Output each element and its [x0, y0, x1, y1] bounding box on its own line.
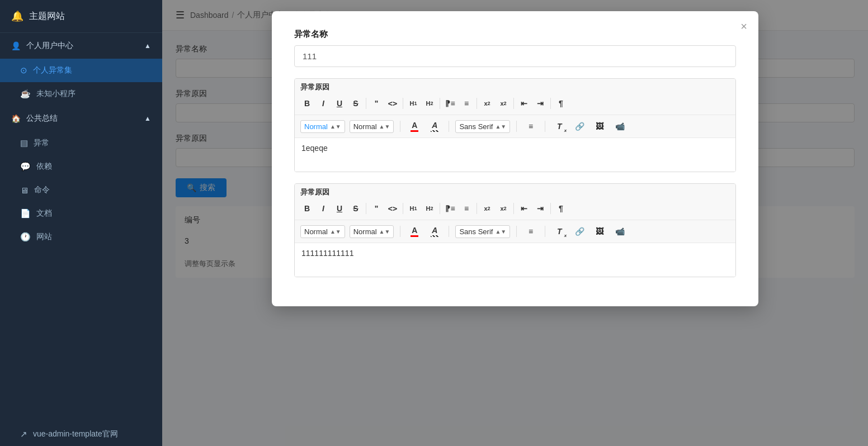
modal-overlay[interactable]: × 异常名称 异常原因 B I U S " <> H1 H2 [162, 0, 868, 446]
rte-editor-2: 异常原因 B I U S " <> H1 H2 ⁋≡ ≡ x2 [294, 183, 736, 277]
rte1-font-color-btn[interactable]: A [407, 118, 422, 134]
rte1-quote-btn[interactable]: " [369, 96, 384, 111]
rte2-code-btn[interactable]: <> [385, 201, 400, 216]
rte1-div2 [403, 98, 403, 109]
rte2-toolbar: B I U S " <> H1 H2 ⁋≡ ≡ x2 x2 [295, 197, 735, 220]
rte1-code-btn[interactable]: <> [385, 96, 400, 111]
rte1-bold-btn[interactable]: B [299, 96, 315, 111]
home-icon: 🏠 [11, 114, 21, 123]
rte1-underline-btn[interactable]: U [332, 96, 347, 111]
rte2-image-btn[interactable]: 🖼 [592, 224, 607, 239]
rte2-video-btn[interactable]: 📹 [612, 224, 628, 239]
rte2-italic-btn[interactable]: I [315, 201, 331, 216]
rte1-content[interactable]: 1eqeqe [295, 138, 735, 172]
rte2-size-select[interactable]: Normal ▲▼ [350, 225, 394, 238]
rte1-font-select[interactable]: Sans Serif ▲▼ [455, 120, 510, 133]
rte2-size-label: Normal [353, 227, 377, 236]
rte1-strike-btn[interactable]: S [348, 96, 364, 111]
rte2-indent-btn[interactable]: ⇤ [516, 201, 532, 216]
rte1-h2-btn[interactable]: H2 [422, 96, 437, 111]
rte1-sup-btn[interactable]: x2 [496, 96, 511, 111]
rte1-link-btn[interactable]: 🔗 [572, 118, 587, 134]
rte2-h1-btn[interactable]: H1 [405, 201, 421, 216]
rte2-sub-btn[interactable]: x2 [479, 201, 495, 216]
sidebar-external-link-label: vue-admin-template官网 [33, 429, 118, 439]
rte1-div5 [513, 98, 514, 109]
sidebar-item-website[interactable]: 🕐 网站 [0, 225, 162, 249]
rte1-h1-btn[interactable]: H1 [405, 96, 421, 111]
sidebar-section-public-header[interactable]: 🏠 公共总结 ▲ [0, 106, 162, 131]
rte2-ulist-btn[interactable]: ≡ [459, 201, 474, 216]
rte1-italic-btn[interactable]: I [315, 96, 331, 111]
sidebar-item-personal-exception-label: 个人异常集 [33, 65, 72, 75]
rte1-div3 [440, 98, 440, 109]
rte2-div3 [440, 203, 440, 214]
rte2-format-div1 [400, 226, 400, 237]
rte1-rtl-btn[interactable]: ¶ [553, 96, 569, 111]
doc-icon: 📄 [20, 208, 31, 219]
chevron-up-icon-2: ▲ [144, 115, 151, 122]
rte2-align-btn[interactable]: ≡ [523, 224, 539, 239]
sidebar-item-external-link[interactable]: ↗ vue-admin-template官网 [0, 423, 162, 446]
rte2-h2-btn[interactable]: H2 [422, 201, 437, 216]
rte2-clear-format-btn[interactable]: Tx [551, 224, 567, 239]
modal-name-input[interactable] [294, 45, 736, 67]
rte1-label: 异常原因 [295, 79, 735, 92]
sidebar-item-personal-exception[interactable]: ⊙ 个人异常集 [0, 59, 162, 82]
sidebar-item-command[interactable]: 🖥 命令 [0, 178, 162, 202]
rte1-format-select[interactable]: Normal ▲▼ [300, 120, 345, 133]
rte1-format-div3 [516, 121, 517, 132]
rte1-highlight-a: A [432, 121, 437, 130]
rte1-align-btn[interactable]: ≡ [523, 118, 539, 134]
rte1-indent-btn[interactable]: ⇤ [516, 96, 532, 111]
rte2-highlight-btn[interactable]: A [427, 224, 442, 239]
rte1-outdent-btn[interactable]: ⇥ [532, 96, 548, 111]
sidebar-item-exception[interactable]: ▤ 异常 [0, 131, 162, 155]
rte2-outdent-btn[interactable]: ⇥ [532, 201, 548, 216]
sidebar-section-public-label: 公共总结 [26, 113, 58, 124]
rte2-font-color-btn[interactable]: A [407, 224, 422, 239]
sidebar-item-dependency[interactable]: 💬 依赖 [0, 155, 162, 178]
sidebar-item-unknown-program[interactable]: ☕ 未知小程序 [0, 82, 162, 106]
rte2-rtl-btn[interactable]: ¶ [553, 201, 569, 216]
rte2-underline-btn[interactable]: U [332, 201, 347, 216]
rte2-format-div2 [449, 226, 449, 237]
rte2-format-select[interactable]: Normal ▲▼ [300, 225, 345, 238]
rte2-link-btn[interactable]: 🔗 [572, 224, 587, 239]
rte2-font-select[interactable]: Sans Serif ▲▼ [455, 225, 510, 238]
site-title: 主题网站 [29, 11, 65, 22]
bell-icon: 🔔 [11, 10, 23, 22]
rte1-olist-btn[interactable]: ⁋≡ [442, 96, 458, 111]
rte1-div1 [366, 98, 366, 109]
modal-close-button[interactable]: × [740, 20, 747, 33]
rte1-clear-format-btn[interactable]: Tx [551, 118, 567, 134]
rte2-content[interactable]: 111111111111 [295, 243, 735, 277]
rte2-color-bar [411, 235, 418, 237]
sidebar-item-document[interactable]: 📄 文档 [0, 202, 162, 225]
chat-icon: 💬 [20, 162, 31, 172]
rte2-div1 [366, 203, 366, 214]
rte2-size-arrow: ▲▼ [379, 229, 390, 235]
rte1-font-arrow: ▲▼ [495, 124, 506, 130]
rte2-strike-btn[interactable]: S [348, 201, 364, 216]
external-link-icon: ↗ [20, 429, 27, 439]
rte2-highlight-a: A [432, 226, 437, 235]
rte1-size-select[interactable]: Normal ▲▼ [350, 120, 394, 133]
rte2-olist-btn[interactable]: ⁋≡ [442, 201, 458, 216]
monitor-icon: 🖥 [20, 186, 29, 195]
sidebar-section-personal-header[interactable]: 👤 个人用户中心 ▲ [0, 33, 162, 59]
rte1-highlight-btn[interactable]: A [427, 118, 442, 134]
rte2-format-arrow: ▲▼ [330, 229, 341, 235]
rte1-sub-btn[interactable]: x2 [479, 96, 495, 111]
rte1-ulist-btn[interactable]: ≡ [459, 96, 474, 111]
sidebar-section-personal-label: 个人用户中心 [26, 41, 73, 51]
rte2-bold-btn[interactable]: B [299, 201, 315, 216]
rte1-video-btn[interactable]: 📹 [612, 118, 628, 134]
sidebar-item-command-label: 命令 [34, 185, 50, 195]
rte2-sup-btn[interactable]: x2 [496, 201, 511, 216]
rte1-image-btn[interactable]: 🖼 [592, 118, 607, 134]
rte1-format-div4 [545, 121, 545, 132]
rte2-format-label: Normal [304, 227, 328, 236]
sidebar-section-public: 🏠 公共总结 ▲ ▤ 异常 💬 依赖 🖥 命令 📄 文档 🕐 网站 [0, 106, 162, 249]
rte2-quote-btn[interactable]: " [369, 201, 384, 216]
